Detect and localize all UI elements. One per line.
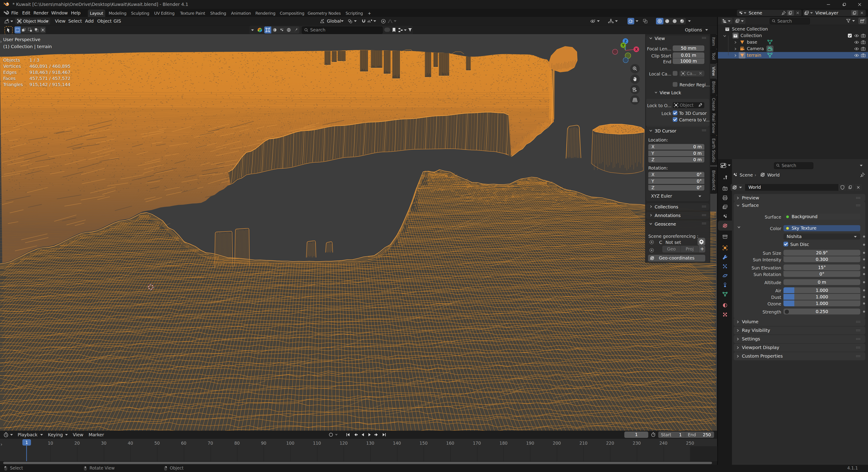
surface-value-field[interactable]: Background bbox=[783, 214, 860, 220]
npanel-tab-real-snow[interactable]: Real Snow bbox=[710, 111, 717, 135]
outliner-row-base[interactable]: base bbox=[718, 39, 868, 45]
surface-panel-title[interactable]: Surface bbox=[742, 202, 759, 208]
stopwatch-icon[interactable] bbox=[651, 432, 656, 437]
falloff-icon[interactable] bbox=[387, 19, 393, 24]
np-to-3d-cursor-checkbox[interactable] bbox=[673, 111, 677, 115]
sky-model-dropdown[interactable]: Nishita bbox=[783, 233, 860, 240]
jump-to-end-button[interactable] bbox=[381, 432, 387, 437]
gizmos-icon[interactable] bbox=[608, 18, 614, 24]
timeline-menu-view[interactable]: View bbox=[73, 431, 84, 439]
timeline-expand-arrow[interactable]: › bbox=[0, 441, 2, 447]
editor-type-icon[interactable] bbox=[4, 18, 9, 24]
disable-render-camera-icon[interactable] bbox=[861, 40, 866, 45]
np-view-title[interactable]: View bbox=[655, 36, 665, 41]
select-invert-button[interactable] bbox=[33, 27, 39, 33]
scene-name[interactable]: Scene bbox=[749, 10, 762, 16]
world-browse-button[interactable] bbox=[731, 184, 745, 191]
npanel-tab-create[interactable]: Create bbox=[710, 95, 717, 113]
keying-caret[interactable] bbox=[65, 434, 68, 436]
menu-window[interactable]: Window bbox=[51, 9, 68, 17]
autokey-record-button[interactable] bbox=[328, 432, 334, 437]
hide-eye-icon[interactable] bbox=[854, 40, 859, 45]
properties-tab-render[interactable] bbox=[718, 184, 732, 193]
np-geoscene-title[interactable]: Geoscene bbox=[655, 222, 676, 227]
orientation-label[interactable]: Global bbox=[327, 17, 341, 25]
disable-render-camera-icon[interactable] bbox=[861, 53, 866, 58]
np-3dcursor-chevron[interactable] bbox=[649, 129, 653, 133]
np-geo-button[interactable]: Geo bbox=[662, 246, 680, 252]
outliner-item-label[interactable]: Camera bbox=[747, 46, 764, 51]
prev-keyframe-button[interactable] bbox=[353, 432, 358, 437]
breadcrumb-world[interactable]: World bbox=[767, 172, 780, 178]
properties-tab-data[interactable] bbox=[718, 289, 732, 299]
properties-editor-caret[interactable] bbox=[728, 164, 731, 166]
properties-search-field[interactable]: Search bbox=[774, 162, 813, 169]
gizmos-caret[interactable] bbox=[615, 20, 618, 22]
timeline-editor-icon[interactable] bbox=[3, 432, 9, 438]
keyframe-dot[interactable] bbox=[863, 289, 865, 291]
outliner-row-terrain[interactable]: terrain bbox=[718, 52, 868, 59]
keyframe-dot[interactable] bbox=[863, 244, 865, 246]
shading-solid-button[interactable] bbox=[663, 18, 671, 24]
camera-view-button[interactable] bbox=[630, 85, 640, 94]
playhead-badge[interactable]: 1 bbox=[22, 439, 31, 445]
keyframe-dot[interactable] bbox=[863, 296, 865, 298]
properties-tab-physics[interactable] bbox=[718, 271, 732, 281]
properties-tab-texture[interactable] bbox=[718, 310, 732, 319]
select-intersect-button[interactable] bbox=[40, 27, 46, 33]
outliner-row-scene-collection[interactable]: Scene Collection bbox=[718, 26, 868, 32]
outliner-row-collection[interactable]: Collection bbox=[718, 32, 868, 39]
viewlayer-remove-icon[interactable] bbox=[860, 10, 864, 15]
properties-tab-world[interactable] bbox=[718, 221, 732, 230]
scene-selector[interactable]: Scene bbox=[737, 10, 802, 16]
shading-wireframe-button[interactable] bbox=[656, 18, 663, 24]
bk-brushes-button[interactable] bbox=[292, 27, 299, 33]
workspace-tab-layout[interactable]: Layout bbox=[88, 9, 105, 17]
select-subtract-button[interactable] bbox=[27, 27, 33, 33]
properties-pin-icon[interactable] bbox=[860, 172, 865, 178]
orientation-icon[interactable] bbox=[320, 19, 325, 24]
menu-file[interactable]: File bbox=[11, 9, 18, 17]
keyframe-dot[interactable] bbox=[863, 258, 865, 260]
outliner-filter-type-button[interactable] bbox=[734, 18, 745, 24]
properties-tab-output[interactable] bbox=[718, 193, 732, 203]
disable-render-camera-icon[interactable] bbox=[861, 46, 866, 51]
properties-tab-particles[interactable] bbox=[718, 261, 732, 271]
playback-caret[interactable] bbox=[40, 434, 43, 436]
viewport-3d[interactable]: Object Mode View Select Add Object GIS G… bbox=[0, 17, 717, 431]
playhead-line[interactable] bbox=[26, 445, 27, 461]
npanel-tab-blenderkit[interactable]: BlenderKit bbox=[710, 167, 717, 194]
bk-models-button[interactable] bbox=[264, 27, 271, 33]
expand-chevron-icon[interactable] bbox=[723, 34, 726, 38]
np-geo-radio[interactable] bbox=[649, 248, 654, 253]
np-geoscene-grip[interactable] bbox=[702, 222, 707, 225]
panel-preview[interactable]: Preview bbox=[734, 194, 865, 201]
snap-with-icon[interactable] bbox=[367, 19, 373, 24]
orientation-caret[interactable] bbox=[341, 20, 344, 22]
workspace-tab-animation[interactable]: Animation bbox=[229, 9, 253, 17]
np-cursor-rot-x[interactable]: X0° bbox=[648, 172, 704, 178]
shading-rendered-button[interactable] bbox=[678, 18, 686, 24]
menu-render[interactable]: Render bbox=[33, 9, 49, 17]
overlays-toggle[interactable] bbox=[627, 18, 634, 24]
npanel-tab-tool[interactable]: Tool bbox=[710, 49, 717, 64]
np-cursor-rot-z[interactable]: Z0° bbox=[648, 185, 704, 191]
properties-tab-constraints[interactable] bbox=[718, 280, 732, 290]
np-clip-end-field[interactable]: 1000 m bbox=[673, 58, 704, 64]
ozone-slider[interactable]: 1.000 bbox=[783, 301, 860, 306]
outliner-filter-icon[interactable] bbox=[846, 18, 851, 23]
shading-material-button[interactable] bbox=[671, 18, 678, 24]
npanel-tab-blosm[interactable]: Blosm bbox=[710, 79, 717, 95]
np-local-camera-checkbox[interactable] bbox=[673, 71, 677, 76]
fake-user-shield-button[interactable] bbox=[839, 184, 846, 191]
end-frame-field[interactable]: End 250 bbox=[685, 432, 714, 438]
world-copy-button[interactable] bbox=[846, 184, 855, 191]
np-euler-dropdown[interactable]: XYZ Euler bbox=[648, 193, 704, 199]
np-annotations-grip[interactable] bbox=[702, 214, 707, 217]
workspace-tab-scripting[interactable]: Scripting bbox=[344, 9, 365, 17]
timeline-tracks[interactable] bbox=[0, 446, 717, 461]
menu-edit[interactable]: Edit bbox=[22, 9, 30, 17]
properties-tab-viewlayer[interactable] bbox=[718, 202, 732, 212]
air-slider[interactable]: 1.000 bbox=[783, 287, 860, 293]
filter-funnel-icon[interactable] bbox=[408, 27, 412, 32]
